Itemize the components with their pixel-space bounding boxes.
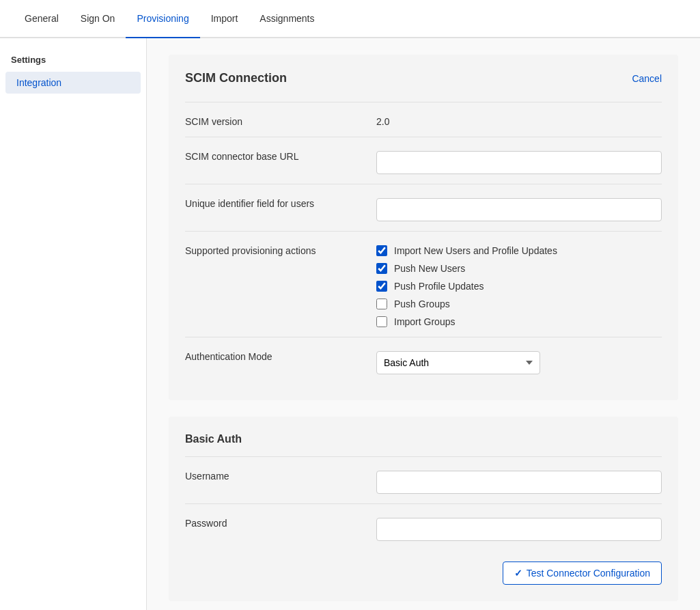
checkbox-import-new-users[interactable]: Import New Users and Profile Updates xyxy=(376,245,662,256)
top-nav: General Sign On Provisioning Import Assi… xyxy=(0,0,700,38)
scim-version-value: 2.0 xyxy=(376,112,662,127)
checkbox-push-profile-updates[interactable]: Push Profile Updates xyxy=(376,281,662,292)
auth-mode-value: Basic Auth HTTP Header OAuth 2.0 xyxy=(376,347,662,374)
username-label: Username xyxy=(185,467,376,482)
checkbox-import-groups[interactable]: Import Groups xyxy=(376,316,662,327)
password-value xyxy=(376,514,662,541)
base-url-value xyxy=(376,147,662,174)
auth-mode-row: Authentication Mode Basic Auth HTTP Head… xyxy=(185,337,662,384)
test-connector-label: Test Connector Configuration xyxy=(527,568,650,579)
tab-general[interactable]: General xyxy=(14,0,70,38)
provisioning-actions-checkboxes: Import New Users and Profile Updates Pus… xyxy=(376,241,662,327)
base-url-row: SCIM connector base URL xyxy=(185,137,662,184)
sidebar: Settings Integration xyxy=(0,38,147,610)
password-input[interactable] xyxy=(376,518,662,541)
unique-id-label: Unique identifier field for users xyxy=(185,194,376,209)
checkbox-push-new-users[interactable]: Push New Users xyxy=(376,263,662,274)
username-value xyxy=(376,467,662,494)
username-input[interactable] xyxy=(376,471,662,494)
base-url-label: SCIM connector base URL xyxy=(185,147,376,162)
checkbox-push-groups-label: Push Groups xyxy=(394,299,450,309)
tab-assignments[interactable]: Assignments xyxy=(249,0,325,38)
checkbox-push-profile-updates-input[interactable] xyxy=(376,281,387,292)
sidebar-item-integration[interactable]: Integration xyxy=(5,72,141,94)
scim-section-title: SCIM Connection xyxy=(185,71,287,85)
scim-version-label: SCIM version xyxy=(185,112,376,127)
checkbox-import-new-users-label: Import New Users and Profile Updates xyxy=(394,245,557,256)
unique-id-input[interactable] xyxy=(376,198,662,221)
provisioning-actions-row: Supported provisioning actions Import Ne… xyxy=(185,231,662,337)
content-area: SCIM Connection Cancel SCIM version 2.0 … xyxy=(147,38,700,610)
test-connector-row: ✓ Test Connector Configuration xyxy=(185,562,662,585)
sidebar-heading: Settings xyxy=(0,49,146,70)
scim-version-row: SCIM version 2.0 xyxy=(185,102,662,137)
unique-id-row: Unique identifier field for users xyxy=(185,184,662,231)
checkbox-push-groups[interactable]: Push Groups xyxy=(376,299,662,309)
checkbox-import-new-users-input[interactable] xyxy=(376,245,387,256)
checkbox-push-new-users-label: Push New Users xyxy=(394,263,465,274)
main-layout: Settings Integration SCIM Connection Can… xyxy=(0,38,700,610)
basic-auth-section: Basic Auth Username Password ✓ Test Co xyxy=(169,417,678,601)
checkbox-push-profile-updates-label: Push Profile Updates xyxy=(394,281,484,292)
scim-connection-section: SCIM Connection Cancel SCIM version 2.0 … xyxy=(169,55,678,400)
tab-import[interactable]: Import xyxy=(200,0,249,38)
auth-mode-label: Authentication Mode xyxy=(185,347,376,362)
password-label: Password xyxy=(185,514,376,529)
checkbox-import-groups-label: Import Groups xyxy=(394,316,455,327)
provisioning-actions-label: Supported provisioning actions xyxy=(185,241,376,256)
base-url-input[interactable] xyxy=(376,151,662,174)
basic-auth-title: Basic Auth xyxy=(185,433,662,445)
scim-section-header: SCIM Connection Cancel xyxy=(185,71,662,85)
unique-id-value xyxy=(376,194,662,221)
checkbox-group: Import New Users and Profile Updates Pus… xyxy=(376,245,662,327)
checkbox-push-groups-input[interactable] xyxy=(376,299,387,309)
scim-cancel-link[interactable]: Cancel xyxy=(632,73,662,84)
username-row: Username xyxy=(185,456,662,503)
tab-sign-on[interactable]: Sign On xyxy=(70,0,126,38)
auth-mode-select[interactable]: Basic Auth HTTP Header OAuth 2.0 xyxy=(376,351,540,374)
checkbox-import-groups-input[interactable] xyxy=(376,316,387,327)
checkbox-push-new-users-input[interactable] xyxy=(376,263,387,274)
password-row: Password xyxy=(185,503,662,551)
test-connector-button[interactable]: ✓ Test Connector Configuration xyxy=(503,562,662,585)
checkmark-icon: ✓ xyxy=(514,568,522,579)
tab-provisioning[interactable]: Provisioning xyxy=(126,0,199,38)
